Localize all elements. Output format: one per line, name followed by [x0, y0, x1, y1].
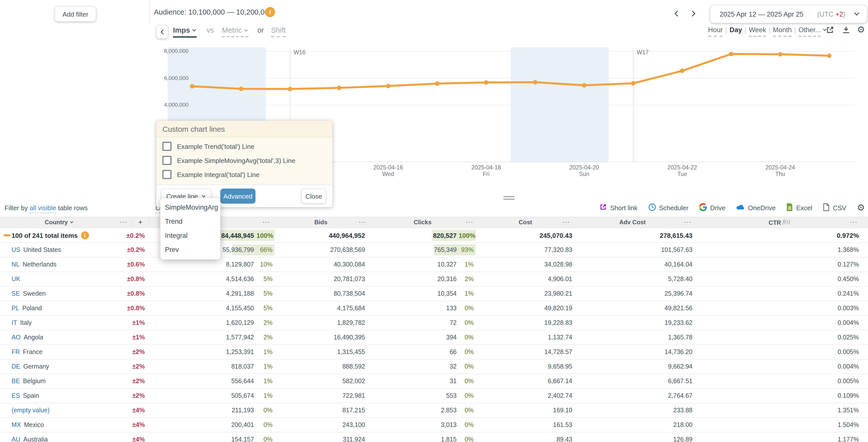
shift-selector[interactable]: Shift: [271, 26, 286, 37]
cell-clicks: 66: [367, 348, 459, 355]
cell-country[interactable]: 100 of 241 total itemsi: [0, 231, 116, 239]
all-visible-link[interactable]: all visible: [30, 204, 56, 213]
cell-clicks: 765,349: [367, 246, 459, 253]
country-code-link[interactable]: DE: [11, 363, 20, 370]
cell-country[interactable]: ESSpain: [0, 392, 116, 399]
compare-metric-selector[interactable]: Metric: [222, 26, 248, 37]
chart-line-checkbox-row[interactable]: Example Trend('total') Line: [161, 139, 328, 153]
adv-cost-column-menu-dots[interactable]: ···: [683, 219, 693, 226]
cell-country[interactable]: DEGermany: [0, 363, 116, 370]
cell-imps: 154,157: [147, 436, 256, 442]
menu-item-simplemovingarg[interactable]: SimpleMovingArg: [160, 201, 220, 215]
checkbox-icon[interactable]: [162, 156, 172, 165]
cell-country[interactable]: MXMexico: [0, 421, 116, 429]
cell-country[interactable]: NLNetherlands: [0, 261, 116, 268]
cell-clicks: 3,013: [367, 421, 459, 429]
country-code-link[interactable]: PL: [11, 305, 19, 312]
cell-clicks-pct: 0%: [459, 407, 476, 414]
add-column-button[interactable]: +: [136, 219, 145, 226]
chart-line-checkbox-row[interactable]: Example SimpleMovingAvg('total',3) Line: [161, 153, 328, 167]
add-filter-button[interactable]: Add filter: [55, 6, 96, 22]
data-point: [386, 84, 391, 88]
date-range-picker[interactable]: 2025 Apr 12 — 2025 Apr 25 (UTC +2): [710, 5, 867, 23]
checkbox-icon[interactable]: [162, 170, 172, 179]
toolbar-scheduler[interactable]: Scheduler: [648, 203, 688, 213]
menu-item-prev[interactable]: Prev: [160, 243, 220, 257]
ctr-column-menu-dots[interactable]: ···: [849, 219, 859, 226]
close-button[interactable]: Close: [301, 189, 327, 204]
cell-country[interactable]: BEBelgium: [0, 378, 116, 385]
menu-item-trend[interactable]: Trend: [160, 215, 220, 229]
country-code-link[interactable]: NL: [11, 261, 20, 268]
cell-country[interactable]: FRFrance: [0, 348, 116, 355]
cell-country[interactable]: AUAustralia: [0, 436, 116, 442]
cell-country[interactable]: AOAngola: [0, 334, 116, 341]
country-column-menu-dots[interactable]: ···: [119, 219, 129, 226]
granularity-week[interactable]: Week: [749, 26, 766, 37]
column-header-cost[interactable]: Cost: [492, 219, 532, 226]
table-row: AUAustralia±4%154,1570%311,9241,8150%89.…: [0, 433, 868, 442]
audience-info-icon[interactable]: i: [265, 7, 275, 17]
toolbar-onedrive[interactable]: OneDrive: [736, 203, 776, 212]
cell-country[interactable]: (empty value): [0, 407, 116, 414]
column-header-clicks[interactable]: Clicks: [391, 219, 432, 226]
country-code-link[interactable]: UK: [11, 276, 20, 283]
cell-plus-minus: ±0.6%: [116, 261, 147, 268]
chart-settings-gear-icon[interactable]: ⚙: [857, 26, 865, 34]
column-header-adv-cost[interactable]: Adv Cost: [595, 219, 646, 226]
granularity-other[interactable]: Other...: [799, 26, 821, 37]
country-code-link[interactable]: AU: [11, 436, 20, 442]
data-point: [680, 69, 684, 73]
chart-back-button[interactable]: [156, 25, 168, 39]
primary-metric-selector[interactable]: Imps: [173, 26, 197, 38]
country-code-link[interactable]: SE: [11, 290, 20, 297]
granularity-day[interactable]: Day: [730, 26, 742, 36]
toolbar-csv[interactable]: CSV: [823, 203, 846, 213]
date-prev-button[interactable]: [671, 8, 682, 19]
country-code-link[interactable]: FR: [11, 348, 20, 355]
granularity-month[interactable]: Month: [773, 26, 792, 37]
clicks-column-menu-dots[interactable]: ···: [465, 219, 475, 226]
open-in-new-icon[interactable]: [826, 26, 834, 36]
toolbar-short-link[interactable]: Short link: [600, 203, 638, 212]
cell-country[interactable]: PLPoland: [0, 305, 116, 312]
column-header-bids[interactable]: Bids: [287, 219, 328, 226]
data-point: [778, 52, 782, 57]
cell-cost: 23,980.21: [476, 290, 574, 297]
menu-item-integral[interactable]: Integral: [160, 229, 220, 243]
imps-column-menu-dots[interactable]: ···: [261, 219, 272, 226]
granularity-hour[interactable]: Hour: [708, 26, 723, 37]
country-code-link[interactable]: IT: [11, 319, 17, 326]
cell-clicks-pct: 0%: [459, 421, 476, 429]
country-name: Poland: [22, 305, 42, 312]
toolbar-excel[interactable]: Excel: [786, 203, 812, 213]
toolbar-drive[interactable]: Drive: [699, 203, 725, 213]
column-header-country[interactable]: Country: [30, 219, 89, 226]
country-code-link[interactable]: ES: [11, 392, 20, 399]
country-code-link[interactable]: MX: [11, 421, 21, 429]
checkbox-icon[interactable]: [162, 142, 172, 151]
date-next-button[interactable]: [688, 8, 699, 19]
cell-clicks: 133: [367, 305, 459, 312]
cell-imps-pct: 5%: [256, 276, 275, 283]
country-code-link[interactable]: AO: [11, 334, 21, 341]
filter-by-label: Filter by all visible table rows: [4, 204, 88, 212]
empty-value-label: (empty value): [11, 407, 50, 414]
bids-column-menu-dots[interactable]: ···: [358, 219, 368, 226]
country-code-link[interactable]: US: [11, 246, 20, 253]
cell-country[interactable]: SESweden: [0, 290, 116, 297]
cell-country[interactable]: USUnited States: [0, 246, 116, 253]
column-header-ctr[interactable]: CTR f(x): [740, 219, 790, 226]
cell-ctr: 0.003%: [694, 305, 861, 312]
cost-column-menu-dots[interactable]: ···: [561, 219, 571, 226]
country-code-link[interactable]: BE: [11, 378, 20, 385]
advanced-button[interactable]: Advanced: [220, 189, 255, 204]
cell-country[interactable]: ITItaly: [0, 319, 116, 326]
cell-ctr: 1.351%: [694, 407, 861, 414]
table-settings-gear-icon[interactable]: ⚙: [857, 202, 865, 213]
download-icon[interactable]: [842, 26, 850, 36]
cell-country[interactable]: UK: [0, 276, 116, 283]
total-info-icon[interactable]: i: [81, 231, 89, 239]
chart-resize-handle[interactable]: [503, 196, 515, 201]
chart-line-checkbox-row[interactable]: Example Integral('total') Line: [161, 167, 328, 182]
